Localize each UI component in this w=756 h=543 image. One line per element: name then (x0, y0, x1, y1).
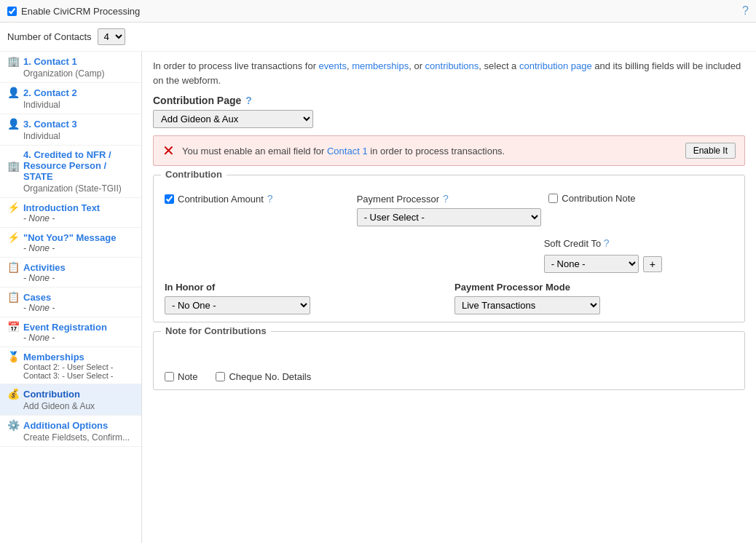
sidebar-item-addoptions[interactable]: ⚙️ Additional Options Create Fieldsets, … (0, 416, 141, 447)
payment-mode-select[interactable]: Live Transactions Test Mode (454, 296, 600, 314)
sidebar-item-contact1[interactable]: 🏢 1. Contact 1 Organization (Camp) (0, 52, 141, 83)
contact1-icon: 🏢 (7, 55, 20, 67)
note-fieldset-inner: Note Cheque No. Details (154, 342, 744, 389)
contribution-grid: Contribution Amount ? Payment Processor … (165, 193, 733, 226)
note-legend: Note for Contributions (161, 325, 271, 336)
soft-credit-label: Soft Credit To ? (544, 237, 733, 249)
contact3-icon: 👤 (7, 118, 20, 130)
enable-it-button[interactable]: Enable It (685, 143, 736, 159)
sidebar-item-contact3[interactable]: 👤 3. Contact 3 Individual (0, 114, 141, 146)
contact4-icon: 🏢 (7, 160, 20, 172)
contact1-link[interactable]: Contact 1 (327, 146, 368, 156)
contribution-fieldset-inner: Contribution Amount ? Payment Processor … (154, 186, 744, 322)
note-label[interactable]: Note (165, 371, 197, 382)
contributions-link[interactable]: contributions (425, 60, 479, 71)
contribution-subtitle: Add Gideon & Aux (7, 401, 134, 411)
cheque-label[interactable]: Cheque No. Details (216, 371, 311, 382)
eventreg-icon: 📅 (7, 321, 20, 333)
note-text: Note (178, 371, 197, 382)
memberships-sub2: Contact 3: - User Select - (7, 371, 134, 380)
contact2-icon: 👤 (7, 87, 20, 98)
contribution-note-label[interactable]: Contribution Note (548, 193, 733, 204)
memberships-link[interactable]: memberships (352, 60, 409, 71)
contribution-note-text: Contribution Note (562, 193, 635, 204)
cheque-text: Cheque No. Details (229, 371, 311, 382)
contact3-subtitle: Individual (7, 131, 134, 141)
enable-civicrm-checkbox-label[interactable]: Enable CiviCRM Processing (7, 6, 140, 17)
contribution-icon: 💰 (7, 388, 20, 400)
topbar-help-icon[interactable]: ? (742, 4, 749, 17)
soft-credit-add-button[interactable]: + (643, 256, 662, 272)
payment-mode-label: Payment Processor Mode (454, 282, 733, 293)
addoptions-subtitle: Create Fieldsets, Confirm... (7, 432, 134, 443)
sidebar: 🏢 1. Contact 1 Organization (Camp) 👤 2. … (0, 52, 142, 543)
sidebar-item-contact4[interactable]: 🏢 4. Credited to NFR / Resource Person /… (0, 146, 141, 198)
activities-subtitle: - None - (7, 273, 134, 283)
contribution-page-label-row: Contribution Page ? (153, 95, 745, 106)
notyou-icon: ⚡ (7, 231, 20, 243)
cheque-checkbox[interactable] (216, 372, 225, 381)
note-spacer (165, 349, 733, 371)
sidebar-item-activities[interactable]: 📋 Activities - None - (0, 258, 141, 288)
notyou-subtitle: - None - (7, 243, 134, 253)
contribution-amount-label[interactable]: Contribution Amount ? (165, 193, 350, 205)
soft-credit-cell (354, 237, 543, 273)
intro-title: Introduction Text (23, 202, 100, 213)
soft-credit-help-icon[interactable]: ? (604, 237, 610, 249)
note-checkbox[interactable] (165, 372, 174, 381)
soft-credit-row: Soft Credit To ? - None - Contact 1 Cont… (165, 237, 733, 273)
memberships-icon: 🏅 (7, 351, 20, 362)
contribution-amount-help-icon[interactable]: ? (267, 193, 273, 205)
cases-title: Cases (23, 292, 51, 303)
in-honor-of-label: In Honor of (165, 282, 444, 293)
in-honor-of-select[interactable]: - No One - Contact 1 Contact 2 (165, 296, 310, 314)
soft-credit-select[interactable]: - None - Contact 1 Contact 2 (544, 255, 639, 273)
contribution-amount-checkbox[interactable] (165, 194, 174, 204)
contact1-title: 1. Contact 1 (23, 56, 77, 67)
enable-civicrm-label: Enable CiviCRM Processing (21, 6, 140, 17)
sidebar-item-cases[interactable]: 📋 Cases - None - (0, 288, 141, 317)
payment-processor-help-icon[interactable]: ? (443, 193, 449, 205)
error-box: ✕ You must enable an email field for Con… (153, 135, 745, 166)
contribution-title: Contribution (23, 389, 80, 400)
contribution-fieldset: Contribution Contribution Amount ? (153, 175, 745, 322)
contribution-page-select[interactable]: Add Gideon & Aux Option 2 (153, 110, 313, 128)
sidebar-item-eventreg[interactable]: 📅 Event Registration - None - (0, 317, 141, 347)
payment-processor-text: Payment Processor (357, 194, 439, 205)
payment-processor-cell: Payment Processor ? - User Select - Proc… (357, 193, 542, 226)
contact3-title: 3. Contact 3 (23, 119, 77, 130)
honor-row: In Honor of - No One - Contact 1 Contact… (165, 282, 733, 314)
intro-paragraph: In order to process live transactions fo… (153, 59, 745, 87)
addoptions-title: Additional Options (23, 420, 108, 431)
contact4-title: 4. Credited to NFR / Resource Person / S… (23, 149, 134, 182)
error-text: You must enable an email field for Conta… (182, 146, 678, 156)
contribution-page-link[interactable]: contribution page (519, 60, 592, 71)
contact4-subtitle: Organization (State-TGII) (7, 183, 134, 194)
sidebar-item-notyou[interactable]: ⚡ "Not You?" Message - None - (0, 228, 141, 258)
sidebar-item-intro[interactable]: ⚡ Introduction Text - None - (0, 198, 141, 228)
activities-icon: 📋 (7, 261, 20, 273)
activities-title: Activities (23, 262, 66, 273)
contribution-amount-cell: Contribution Amount ? (165, 193, 350, 205)
number-of-contacts-row: Number of Contacts 4 12356 (0, 23, 756, 52)
intro-icon: ⚡ (7, 202, 20, 213)
sidebar-item-memberships[interactable]: 🏅 Memberships Contact 2: - User Select -… (0, 347, 141, 384)
sidebar-item-contact2[interactable]: 👤 2. Contact 2 Individual (0, 83, 141, 114)
contribution-note-checkbox[interactable] (548, 194, 558, 203)
contribution-page-select-row: Add Gideon & Aux Option 2 (153, 110, 745, 128)
contribution-page-help-icon[interactable]: ? (245, 95, 252, 106)
note-fieldset: Note for Contributions Note Cheque No. D… (153, 331, 745, 390)
memberships-sub1: Contact 2: - User Select - (7, 362, 134, 371)
payment-processor-select[interactable]: - User Select - Processor 1 (357, 208, 542, 226)
cases-icon: 📋 (7, 291, 20, 303)
in-honor-of-col: In Honor of - No One - Contact 1 Contact… (165, 282, 444, 314)
content-area: In order to process live transactions fo… (142, 52, 756, 543)
events-link[interactable]: events (319, 60, 347, 71)
enable-civicrm-checkbox[interactable] (7, 7, 17, 16)
payment-mode-col: Payment Processor Mode Live Transactions… (454, 282, 733, 314)
cases-subtitle: - None - (7, 303, 134, 313)
eventreg-title: Event Registration (23, 322, 107, 333)
addoptions-icon: ⚙️ (7, 419, 20, 431)
number-of-contacts-select[interactable]: 4 12356 (98, 28, 125, 45)
sidebar-item-contribution[interactable]: 💰 Contribution Add Gideon & Aux (0, 384, 141, 416)
